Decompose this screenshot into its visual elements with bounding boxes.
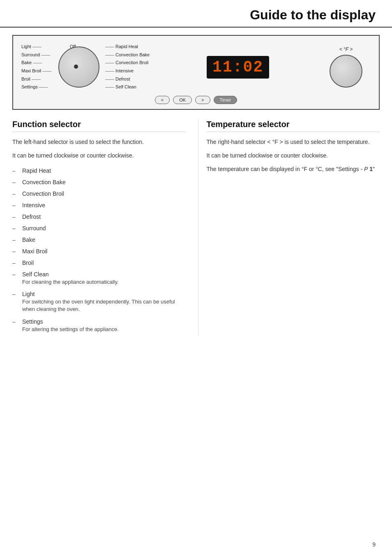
temperature-intro1: The right-hand selector < °F > is used t… [207,138,380,146]
item-label: Self Clean [22,271,119,278]
clock-digits: 11:02 [207,56,269,79]
item-label: Maxi Broil [22,248,47,255]
list-item: – Surround [12,222,186,234]
list-item: – Convection Bake [12,176,186,188]
list-dash: – [12,236,19,243]
panel-button-right[interactable]: > [195,96,210,104]
function-dial [58,46,99,88]
panel-inner: Light Surround Bake Maxi Broil Broil Set… [21,42,371,92]
item-desc: For altering the settings of the applian… [22,326,119,333]
list-item: – Bake [12,234,186,246]
list-item: – Rapid Heat [12,165,186,176]
list-dash: – [12,259,19,266]
item-content: Self Clean For cleaning the appliance au… [22,271,119,286]
temperature-selector-area: < °F > [321,46,371,88]
list-dash: – [12,167,19,174]
list-dash: – [12,248,19,255]
list-item: – Defrost [12,211,186,222]
list-dash: – [12,318,19,325]
item-label: Convection Broil [22,190,64,197]
item-label: Settings [22,318,119,325]
list-dash: – [12,202,19,208]
list-item: – Broil [12,257,186,269]
function-selector-intro1: The left-hand selector is used to select… [12,138,186,146]
clock-display-area: 11:02 [154,56,321,79]
item-content: Defrost [22,213,41,220]
label-convection-broil: Convection Broil [105,59,154,67]
label-intensive: Intensive [105,67,154,75]
item-label: Intensive [22,202,45,208]
item-label: Defrost [22,213,41,220]
panel-button-ok[interactable]: OK [173,96,192,104]
label-broil: Broil [21,76,54,83]
page-header: Guide to the display [0,0,392,28]
label-self-clean: Self Clean [105,83,154,91]
list-item: – Convection Broil [12,188,186,199]
list-dash: – [12,213,19,220]
item-content: Bake [22,236,35,243]
display-panel: Light Surround Bake Maxi Broil Broil Set… [12,35,380,110]
label-convection-bake: Convection Bake [105,51,154,59]
main-content: Function selector The left-hand selector… [0,120,392,336]
item-desc: For cleaning the appliance automatically… [22,278,119,286]
item-content: Rapid Heat [22,167,51,174]
left-labels: Light Surround Bake Maxi Broil Broil Set… [21,43,54,91]
right-labels: Rapid Heat Convection Bake Convection Br… [105,43,154,91]
item-content: Convection Bake [22,179,66,185]
list-dash: – [12,179,19,185]
label-defrost: Defrost [105,76,154,83]
label-surround: Surround [21,51,54,59]
list-dash: – [12,291,19,297]
panel-button-left[interactable]: < [155,96,170,104]
item-content: Maxi Broil [22,248,47,255]
item-content: Surround [22,225,46,232]
page-title: Guide to the display [16,7,376,23]
temperature-selector-section: Temperature selector The right-hand sele… [198,120,380,336]
item-content: Settings For altering the settings of th… [22,318,119,333]
item-label: Broil [22,259,34,266]
item-label: Rapid Heat [22,167,51,174]
panel-buttons: < OK > Timer [21,96,371,104]
list-item: – Settings For altering the settings of … [12,316,186,336]
temperature-dial [330,55,362,88]
temp-selector-label: < °F > [339,46,353,52]
label-rapid-heat: Rapid Heat [105,43,154,51]
list-item: – Intensive [12,199,186,211]
item-content: Intensive [22,202,45,208]
page-number: 9 [372,541,376,548]
item-content: Convection Broil [22,190,64,197]
list-dash: – [12,190,19,197]
label-bake: Bake [21,59,54,67]
list-item: – Maxi Broil [12,246,186,257]
list-dash: – [12,271,19,278]
function-selector-intro2: It can be turned clockwise or counter cl… [12,151,186,160]
item-desc: For switching on the oven light independ… [22,298,186,313]
label-light: Light [21,43,54,51]
list-dash: – [12,225,19,232]
label-maxi-broil: Maxi Broil [21,67,54,75]
list-item: – Self Clean For cleaning the appliance … [12,269,186,288]
function-dial-area: Off [54,42,104,92]
list-item: – Light For switching on the oven light … [12,288,186,315]
temperature-note: The temperature can be displayed in °F o… [207,165,380,174]
item-label: Bake [22,236,35,243]
temperature-intro2: It can be turned clockwise or counter cl… [207,151,380,160]
label-settings: Settings [21,83,54,91]
function-selector-section: Function selector The left-hand selector… [12,120,198,336]
function-list: – Rapid Heat – Convection Bake – Convect… [12,165,186,336]
dial-indicator [74,65,78,69]
function-selector-title: Function selector [12,120,186,132]
item-label: Surround [22,225,46,232]
item-content: Light For switching on the oven light in… [22,291,186,313]
item-label: Light [22,291,186,297]
temperature-selector-title: Temperature selector [207,120,380,132]
panel-button-timer[interactable]: Timer [214,96,238,104]
item-label: Convection Bake [22,179,66,185]
item-content: Broil [22,259,34,266]
